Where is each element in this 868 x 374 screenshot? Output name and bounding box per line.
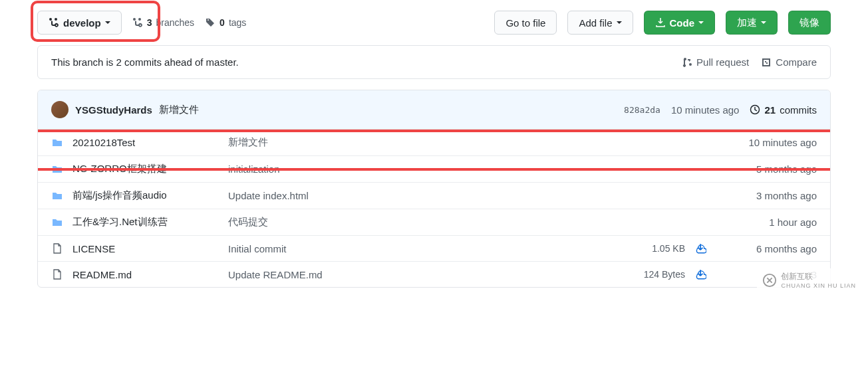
compare-label: Compare — [776, 56, 817, 68]
file-time: 10 minutes ago — [724, 137, 817, 148]
file-commit-message[interactable]: 新增文件 — [228, 136, 623, 149]
file-row[interactable]: NG-ZORRO框架搭建initialization5 months ago — [38, 156, 830, 183]
file-size: 1.05 KB — [632, 243, 685, 254]
tags-label: tags — [229, 17, 246, 28]
commits-link[interactable]: 21 commits — [750, 104, 817, 116]
branches-link[interactable]: 3 branches — [132, 17, 194, 28]
branch-icon — [49, 17, 59, 28]
code-label: Code — [670, 17, 695, 29]
download-icon[interactable] — [694, 242, 714, 254]
file-time: 6 months ago — [724, 243, 817, 254]
file-size: 124 Bytes — [632, 269, 685, 280]
repo-toolbar: develop 3 branches 0 tags Go to file Add… — [37, 11, 831, 35]
file-name[interactable]: README.md — [72, 269, 219, 280]
file-row[interactable]: 工作&学习.Net训练营代码提交1 hour ago — [38, 209, 830, 236]
branch-name: develop — [63, 17, 101, 29]
folder-icon — [51, 164, 63, 175]
commits-count: 21 — [764, 104, 776, 116]
tag-icon — [205, 17, 216, 28]
accelerate-button[interactable]: 加速 — [726, 11, 778, 35]
avatar[interactable] — [51, 101, 69, 118]
file-name[interactable]: 20210218Test — [72, 137, 219, 148]
file-name[interactable]: LICENSE — [72, 243, 219, 254]
file-commit-message[interactable]: Update README.md — [228, 269, 623, 280]
commits-label: commits — [780, 104, 817, 116]
caret-down-icon — [698, 21, 704, 24]
file-time: 1 hour ago — [724, 217, 817, 228]
history-icon — [750, 104, 760, 115]
folder-icon — [51, 217, 63, 228]
download-icon — [655, 17, 666, 28]
accel-label: 加速 — [737, 17, 757, 29]
file-icon — [51, 269, 63, 280]
branch-status-bar: This branch is 2 commits ahead of master… — [37, 45, 831, 79]
file-name[interactable]: 工作&学习.Net训练营 — [72, 216, 219, 229]
file-row[interactable]: 前端/js操作音频audioUpdate index.html3 months … — [38, 183, 830, 209]
caret-down-icon — [105, 21, 110, 24]
file-commit-message[interactable]: Update index.html — [228, 190, 623, 201]
file-commit-message[interactable]: 代码提交 — [228, 216, 623, 229]
commit-hash[interactable]: 828a2da — [624, 105, 660, 115]
goto-file-button[interactable]: Go to file — [494, 11, 557, 35]
mirror-button[interactable]: 镜像 — [788, 11, 831, 35]
commit-time: 10 minutes ago — [671, 104, 740, 116]
branch-select-button[interactable]: develop — [37, 11, 122, 35]
branch-icon — [132, 17, 143, 28]
commit-message[interactable]: 新增文件 — [159, 104, 199, 116]
caret-down-icon — [761, 21, 766, 24]
watermark: 创新互联 CHUANG XIN HU LIAN — [757, 268, 861, 292]
tags-count: 0 — [219, 17, 225, 28]
add-file-label: Add file — [579, 17, 612, 29]
branch-status-text: This branch is 2 commits ahead of master… — [51, 56, 239, 68]
file-icon — [51, 243, 63, 254]
code-button[interactable]: Code — [644, 11, 716, 35]
file-name[interactable]: 前端/js操作音频audio — [72, 189, 219, 202]
branches-count: 3 — [147, 17, 152, 28]
folder-icon — [51, 138, 63, 148]
compare-link[interactable]: Compare — [761, 56, 817, 68]
caret-down-icon — [617, 21, 622, 24]
watermark-sub: CHUANG XIN HU LIAN — [781, 282, 856, 289]
commit-author[interactable]: YSGStudyHards — [75, 104, 152, 116]
file-time: 3 months ago — [724, 190, 817, 201]
download-icon[interactable] — [694, 268, 714, 280]
pull-request-link[interactable]: Pull request — [682, 56, 749, 68]
file-name[interactable]: NG-ZORRO框架搭建 — [72, 163, 219, 175]
file-row[interactable]: 20210218Test新增文件10 minutes ago — [38, 130, 830, 156]
file-commit-message[interactable]: Initial commit — [228, 243, 623, 254]
file-list: YSGStudyHards 新增文件 828a2da 10 minutes ag… — [37, 90, 831, 288]
branches-label: branches — [156, 17, 194, 28]
folder-icon — [51, 191, 63, 201]
tags-link[interactable]: 0 tags — [205, 17, 246, 28]
add-file-button[interactable]: Add file — [567, 11, 633, 35]
file-row[interactable]: README.mdUpdate README.md124 Bytes3 — [38, 262, 830, 287]
file-row[interactable]: LICENSEInitial commit1.05 KB6 months ago — [38, 236, 830, 262]
watermark-brand: 创新互联 — [781, 271, 856, 282]
file-time: 5 months ago — [724, 163, 817, 175]
pull-request-icon — [682, 57, 692, 68]
pull-request-label: Pull request — [696, 56, 749, 68]
latest-commit-bar: YSGStudyHards 新增文件 828a2da 10 minutes ag… — [38, 90, 830, 130]
compare-icon — [761, 57, 772, 68]
watermark-logo-icon — [762, 273, 777, 288]
file-commit-message[interactable]: initialization — [228, 163, 623, 175]
